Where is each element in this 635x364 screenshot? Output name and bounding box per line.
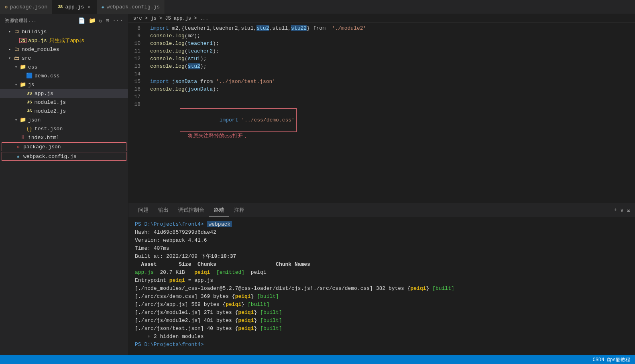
tab-comments[interactable]: 注释 [229, 204, 249, 216]
terminal-line-1: [./node_modules/_css-loader@5.2.7@css-lo… [135, 285, 629, 293]
line18-annotation: 将原来注释掉的css打开， [188, 132, 248, 140]
tree-item-json-folder[interactable]: ▾ 📁 json [0, 115, 128, 124]
folder-icon: 🗂 [13, 29, 20, 35]
code-line-8: 8 import m2,{teacher1,teacher2,stu1,stu2… [128, 24, 635, 32]
app-js-annotation: 只生成了app.js [49, 37, 84, 44]
terminal-hash: Hash: 41d69c8579299d6dae42 [135, 229, 629, 237]
line-number: 12 [128, 55, 149, 63]
tree-item-app-js-src[interactable]: JS app.js [0, 89, 128, 98]
js-file-icon: JS [19, 38, 26, 43]
js-file-icon: JS [26, 109, 33, 113]
line-content: console.log(jsonData); [149, 85, 635, 93]
folder-icon: 🗂 [13, 47, 20, 53]
html-file-icon: H [19, 135, 26, 140]
tab-output[interactable]: 输出 [153, 204, 173, 216]
sidebar: 资源管理器... 📄 📁 ↻ ⊟ ··· ▾ 🗂 build\js JS app… [0, 14, 128, 355]
tab-close-button[interactable]: ✕ [86, 4, 92, 10]
main-area: 资源管理器... 📄 📁 ↻ ⊟ ··· ▾ 🗂 build\js JS app… [0, 14, 635, 355]
code-line-15: 15 import jsonData from '../json/test.js… [128, 78, 635, 85]
tab-bar: ⚙ package.json JS app.js ✕ ◈ webpack.con… [0, 0, 635, 14]
js-file-icon: JS [26, 100, 33, 105]
tree-item-module2[interactable]: JS module2.js [0, 107, 128, 115]
tree-item-label: build\js [22, 29, 47, 35]
line-content: import jsonData from '../json/test.json' [149, 78, 635, 85]
collapse-icon[interactable]: ⊟ [106, 17, 109, 24]
tab-package-json[interactable]: ⚙ package.json [0, 0, 53, 14]
maximize-icon[interactable]: ⊡ [627, 207, 630, 214]
tree-item-label: webpack.config.js [23, 154, 77, 160]
sidebar-header: 资源管理器... 📄 📁 ↻ ⊟ ··· [0, 14, 128, 27]
css-folder-icon: 📁 [19, 64, 26, 70]
tree-item-label: test.json [35, 126, 63, 132]
chevron-down-icon: ▾ [13, 117, 19, 122]
line-content: console.log(m2); [149, 32, 635, 40]
refresh-icon[interactable]: ↻ [99, 17, 102, 24]
more-icon[interactable]: ··· [112, 17, 123, 24]
tree-item-demo-css[interactable]: 🟦 demo.css [0, 71, 128, 80]
line-number: 10 [128, 40, 149, 47]
new-folder-icon[interactable]: 📁 [89, 17, 96, 24]
tree-item-test-json[interactable]: {} test.json [0, 124, 128, 133]
tree-item-src[interactable]: ▾ 🗃 src [0, 54, 128, 63]
tree-item-label: index.html [28, 135, 59, 141]
terminal-built-at: Built at: 2022/12/09 下午10:10:37 [135, 253, 629, 261]
line-number: 18 [128, 101, 149, 108]
tree-item-js-folder[interactable]: ▾ 📁 js [0, 80, 128, 89]
terminal-area: 问题 输出 调试控制台 终端 注释 + ∨ ⊡ PS D:\Projects\f… [128, 203, 635, 355]
chevron-down-icon: ▾ [13, 65, 19, 69]
json-folder-icon: 📁 [19, 117, 26, 123]
terminal-entrypoint: Entrypoint peiqi = app.js [135, 277, 629, 285]
tree-item-app-js-build[interactable]: JS app.js 只生成了app.js [0, 36, 128, 45]
terminal-content[interactable]: PS D:\Projects\front4> webpack Hash: 41d… [128, 217, 635, 355]
breadcrumb: src > js > JS app.js > ... [128, 14, 635, 23]
webpack-file-icon: ◈ [14, 154, 22, 159]
tree-item-css[interactable]: ▾ 📁 css [0, 63, 128, 71]
chevron-down-icon[interactable]: ∨ [620, 207, 623, 214]
tree-item-webpack-config[interactable]: ◈ webpack.config.js [2, 152, 126, 161]
tree-item-label: json [28, 117, 41, 123]
status-bar: CSDN @ps酷教程 [0, 355, 635, 364]
tab-webpack-label: webpack.config.js [107, 4, 160, 10]
tree-item-index-html[interactable]: H index.html [0, 133, 128, 142]
tab-terminal[interactable]: 终端 [209, 204, 229, 216]
code-line-18: 18 import '../css/demo.css' 将原来注释掉的css打开… [128, 101, 635, 148]
add-terminal-icon[interactable]: + [614, 207, 617, 213]
tree-item-label: module1.js [35, 99, 66, 105]
tree-item-module1[interactable]: JS module1.js [0, 98, 128, 107]
tab-webpack-config[interactable]: ◈ webpack.config.js [97, 0, 165, 14]
editor-area: src > js > JS app.js > ... 8 import m2,{… [128, 14, 635, 355]
tree-item-label: module2.js [35, 108, 66, 114]
code-line-12: 12 console.log(stu1); [128, 55, 635, 63]
tab-app-js[interactable]: JS app.js ✕ [53, 0, 97, 14]
status-text: CSDN @ps酷教程 [592, 356, 630, 363]
line-number: 9 [128, 32, 149, 40]
code-editor[interactable]: 8 import m2,{teacher1,teacher2,stu1,stu2… [128, 23, 635, 203]
json-icon: ⚙ [5, 4, 8, 10]
breadcrumb-path: src > js > JS app.js > ... [133, 16, 208, 21]
import-css-box: import '../css/demo.css' [180, 108, 297, 132]
tree-item-label: package.json [23, 144, 61, 150]
tab-issues[interactable]: 问题 [133, 204, 153, 216]
tree-item-package-json[interactable]: ⚙ package.json [2, 142, 126, 151]
terminal-line-5: [./src/js/module2.js] 481 bytes {peiqi} … [135, 317, 629, 325]
new-file-icon[interactable]: 📄 [78, 17, 85, 24]
code-line-11: 11 console.log(teacher2); [128, 47, 635, 55]
tab-debug[interactable]: 调试控制台 [173, 204, 209, 216]
tree-item-build-js[interactable]: ▾ 🗂 build\js [0, 27, 128, 36]
line-content: console.log(stu1); [149, 55, 635, 63]
tree-item-label: node_modules [22, 47, 59, 53]
sidebar-title: 资源管理器... [5, 18, 37, 24]
line-content [149, 93, 635, 101]
line-number: 15 [128, 78, 149, 85]
terminal-time: Time: 407ms [135, 245, 629, 253]
terminal-table-row: app.js 20.7 KiB peiqi [emitted] peiqi [135, 269, 629, 277]
terminal-prompt-line: PS D:\Projects\front4> webpack [135, 220, 629, 229]
line-content [149, 70, 635, 78]
src-folder-icon: 🗃 [13, 55, 20, 61]
chevron-down-icon: ▾ [6, 29, 13, 34]
terminal-hidden-modules: + 2 hidden modules [135, 333, 629, 341]
line-number: 17 [128, 93, 149, 101]
tree-item-node-modules[interactable]: ▸ 🗂 node_modules [0, 45, 128, 54]
code-line-13: 13 console.log(stu2); [128, 63, 635, 70]
package-icon: ⚙ [14, 144, 22, 150]
